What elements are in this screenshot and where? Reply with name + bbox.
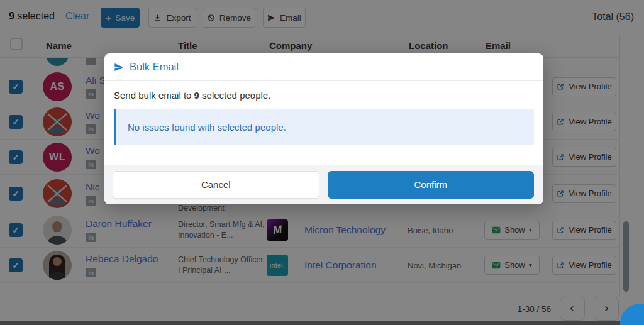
bulk-email-modal: Bulk Email Send bulk email to 9 selected… [104,53,543,204]
send-icon [114,62,124,72]
people-list-page: 9 selected Clear + Save Export Remove Em… [0,0,644,325]
info-banner: No issues found with selected people. [114,109,534,145]
cancel-button[interactable]: Cancel [113,171,319,199]
modal-message-count: 9 [194,90,199,101]
confirm-button[interactable]: Confirm [328,171,535,199]
modal-header: Bulk Email [104,53,543,81]
modal-title: Bulk Email [130,61,179,73]
modal-message-suffix: selected people. [199,90,270,101]
info-banner-text: No issues found with selected people. [128,122,286,133]
modal-body: Send bulk email to 9 selected people. No… [104,81,543,145]
modal-footer: Cancel Confirm [104,165,543,204]
modal-message: Send bulk email to 9 selected people. [114,90,534,101]
modal-message-prefix: Send bulk email to [114,90,194,101]
